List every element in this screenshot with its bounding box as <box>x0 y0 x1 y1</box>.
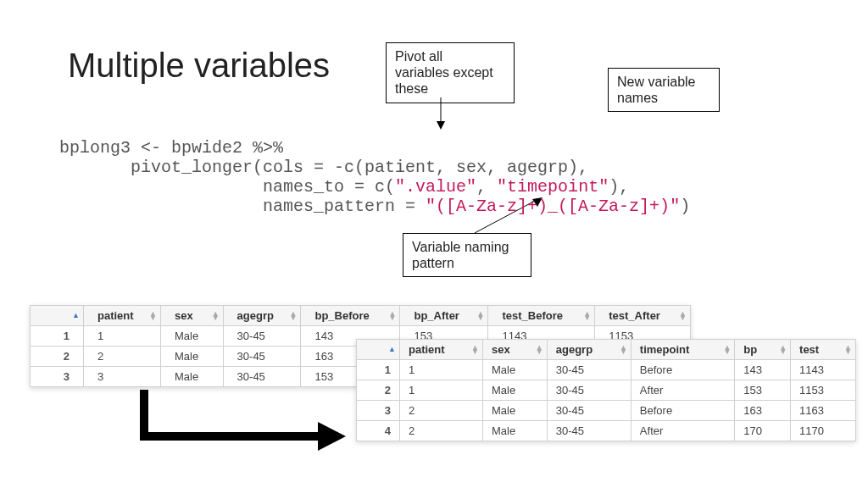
callout-pivot: Pivot allvariables exceptthese <box>386 42 515 103</box>
table-header-row: ▲ patient▲▼ sex▲▼ agegrp▲▼ timepoint▲▼ b… <box>357 340 856 360</box>
table-corner[interactable]: ▲ <box>31 306 84 326</box>
table-row: 2 1 Male 30-45 After 153 1153 <box>357 380 856 401</box>
callout-newvars: New variablenames <box>608 68 720 112</box>
col-timepoint[interactable]: timepoint▲▼ <box>631 340 734 360</box>
code-block: bplong3 <- bpwide2 %>% pivot_longer(cols… <box>59 119 690 216</box>
col-patient[interactable]: patient▲▼ <box>400 340 483 360</box>
table-long: ▲ patient▲▼ sex▲▼ agegrp▲▼ timepoint▲▼ b… <box>356 339 856 441</box>
table-row: 3 2 Male 30-45 Before 163 1163 <box>357 401 856 421</box>
callout-pattern: Variable namingpattern <box>403 233 531 277</box>
table-row: 4 2 Male 30-45 After 170 1170 <box>357 421 856 441</box>
code-line-4a: names_pattern = <box>59 197 426 216</box>
code-str-pattern: "([A-Za-z]+)_([A-Za-z]+)" <box>426 197 680 216</box>
col-test-after[interactable]: test_After▲▼ <box>595 306 691 326</box>
col-test-before[interactable]: test_Before▲▼ <box>488 306 595 326</box>
table-row: 1 1 Male 30-45 Before 143 1143 <box>357 360 856 380</box>
col-sex[interactable]: sex▲▼ <box>483 340 548 360</box>
code-line-1: bplong3 <- bpwide2 %>% <box>59 138 283 158</box>
transform-arrow-icon <box>127 390 348 458</box>
table-header-row: ▲ patient▲▼ sex▲▼ agegrp▲▼ bp_Before▲▼ b… <box>31 306 691 326</box>
col-bp-after[interactable]: bp_After▲▼ <box>400 306 488 326</box>
col-patient[interactable]: patient▲▼ <box>84 306 161 326</box>
col-bp-before[interactable]: bp_Before▲▼ <box>301 306 400 326</box>
table-corner[interactable]: ▲ <box>357 340 400 360</box>
code-line-3c: ), <box>609 177 629 197</box>
col-agegrp[interactable]: agegrp▲▼ <box>547 340 631 360</box>
code-line-3b: , <box>476 177 497 197</box>
slide-title: Multiple variables <box>68 47 330 85</box>
code-line-2: pivot_longer(cols = -c(patient, sex, age… <box>59 158 588 177</box>
col-bp[interactable]: bp▲▼ <box>735 340 791 360</box>
code-str-value: ".value" <box>395 177 476 197</box>
code-line-3a: names_to = c( <box>59 177 395 197</box>
code-str-timepoint: "timepoint" <box>497 177 609 197</box>
svg-marker-4 <box>318 422 346 451</box>
col-test[interactable]: test▲▼ <box>791 340 856 360</box>
col-sex[interactable]: sex▲▼ <box>160 306 223 326</box>
col-agegrp[interactable]: agegrp▲▼ <box>223 306 301 326</box>
code-line-4b: ) <box>680 197 690 216</box>
